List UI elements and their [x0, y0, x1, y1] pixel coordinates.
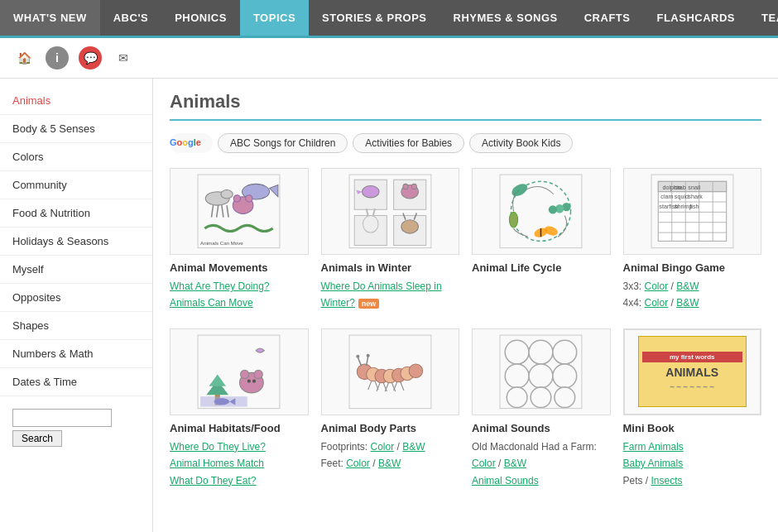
- feet-label: Feet:: [321, 458, 347, 469]
- svg-point-80: [409, 364, 422, 377]
- card-title-winter: Animals in Winter: [321, 261, 460, 274]
- svg-point-96: [553, 340, 577, 364]
- card-title-mini-book: Mini Book: [623, 422, 762, 434]
- nav-abcs[interactable]: ABC's: [100, 0, 161, 36]
- cards-grid: Animals Can Move Animal Movements What A…: [170, 168, 761, 489]
- macdonald-color[interactable]: Color: [472, 458, 496, 469]
- card-img-mini-book: my first words ANIMALS ～～～～～～～: [623, 328, 762, 415]
- link-what-are-they-doing[interactable]: What Are They Doing?: [170, 280, 270, 292]
- nav-phonics[interactable]: PHONICS: [161, 0, 240, 36]
- nav-topics[interactable]: TOPICS: [240, 0, 309, 36]
- sidebar-item-holidays[interactable]: Holidays & Seasons: [0, 228, 152, 256]
- link-where-sleep-winter[interactable]: Where Do Animals Sleep in Winter?: [321, 280, 442, 309]
- svg-point-26: [401, 220, 419, 233]
- bingo-4x4-color[interactable]: Color: [645, 297, 669, 309]
- feet-bw[interactable]: B&W: [378, 458, 401, 469]
- link-farm-animals[interactable]: Farm Animals: [623, 441, 684, 453]
- svg-point-18: [362, 186, 379, 198]
- macdonald-bw[interactable]: B&W: [504, 458, 526, 469]
- scroll-tab-abc-songs[interactable]: ABC Songs for Children: [218, 133, 348, 153]
- svg-point-35: [549, 205, 557, 213]
- nav-whats-new[interactable]: WHAT'S NEW: [0, 0, 100, 36]
- card-img-movements: Animals Can Move: [170, 168, 309, 255]
- card-img-bingo: dolphin crab snail clam squid shark star…: [623, 168, 762, 255]
- link-what-eat[interactable]: What Do They Eat?: [170, 475, 257, 486]
- link-animals-can-move[interactable]: Animals Can Move: [170, 297, 253, 309]
- card-img-habitats: [170, 328, 309, 415]
- search-area: Search: [0, 400, 152, 455]
- card-links-mini-book: Farm Animals Baby Animals Pets / Insects: [623, 439, 762, 489]
- svg-point-71: [214, 398, 230, 405]
- sidebar-item-opposites[interactable]: Opposites: [0, 284, 152, 312]
- link-insects[interactable]: Insects: [651, 475, 683, 486]
- scroll-tab-activities[interactable]: Activities for Babies: [353, 133, 464, 153]
- sidebar-item-animals[interactable]: Animals: [0, 87, 152, 115]
- card-links-bingo: 3x3: Color / B&W 4x4: Color / B&W: [623, 278, 762, 312]
- main-content: Animals Google ABC Songs for Children Ac…: [153, 79, 778, 532]
- footprints-color[interactable]: Color: [371, 441, 395, 453]
- sidebar-item-numbers[interactable]: Numbers & Math: [0, 340, 152, 368]
- card-life-cycle: Animal Life Cycle: [472, 168, 611, 312]
- footprints-bw[interactable]: B&W: [402, 441, 425, 453]
- nav-flashcards[interactable]: FLASHCARDS: [643, 0, 748, 36]
- svg-point-11: [246, 195, 252, 202]
- sidebar-item-myself[interactable]: Myself: [0, 256, 152, 284]
- card-mini-book: my first words ANIMALS ～～～～～～～ Mini Book…: [623, 328, 762, 489]
- svg-text:crab: crab: [675, 184, 686, 191]
- bingo-3x3-color[interactable]: Color: [645, 280, 669, 292]
- svg-point-97: [505, 364, 529, 388]
- svg-point-83: [356, 355, 359, 358]
- svg-point-102: [555, 387, 575, 408]
- info-icon[interactable]: i: [46, 46, 69, 69]
- svg-text:clam: clam: [660, 193, 673, 200]
- card-title-habitats: Animal Habitats/Food: [170, 422, 309, 434]
- sidebar-item-food[interactable]: Food & Nutrition: [0, 199, 152, 228]
- top-nav: WHAT'S NEW ABC's PHONICS TOPICS STORIES …: [0, 0, 778, 38]
- sidebar: Animals Body & 5 Senses Colors Community…: [0, 79, 153, 532]
- card-links-habitats: Where Do They Live? Animal Homes Match W…: [170, 439, 309, 489]
- sidebar-item-colors[interactable]: Colors: [0, 143, 152, 171]
- nav-rhymes[interactable]: RHYMES & SONGS: [440, 0, 571, 36]
- link-where-live[interactable]: Where Do They Live?: [170, 441, 266, 453]
- bingo-3x3-bw[interactable]: B&W: [676, 280, 699, 292]
- svg-point-84: [366, 354, 369, 357]
- svg-point-39: [510, 213, 518, 228]
- feet-color[interactable]: Color: [346, 458, 370, 469]
- sidebar-item-community[interactable]: Community: [0, 171, 152, 199]
- sidebar-item-body[interactable]: Body & 5 Senses: [0, 115, 152, 143]
- svg-text:shark: shark: [688, 193, 703, 200]
- bingo-4x4-bw[interactable]: B&W: [676, 297, 699, 309]
- svg-point-99: [553, 364, 577, 388]
- card-animal-movements: Animals Can Move Animal Movements What A…: [170, 168, 309, 312]
- sidebar-item-shapes[interactable]: Shapes: [0, 312, 152, 340]
- card-img-lifecycle: [472, 168, 611, 255]
- svg-point-68: [247, 380, 251, 383]
- macdonald-label: Old Macdonald Had a Farm:: [472, 441, 597, 453]
- new-badge-winter: new: [358, 299, 380, 309]
- sidebar-item-dates[interactable]: Dates & Time: [0, 368, 152, 396]
- search-input[interactable]: [12, 409, 112, 427]
- link-baby-animals[interactable]: Baby Animals: [623, 458, 684, 469]
- search-button[interactable]: Search: [12, 430, 62, 447]
- scroll-tab-google[interactable]: Google: [170, 133, 213, 153]
- svg-point-101: [531, 387, 551, 408]
- nav-crafts[interactable]: CRAFTS: [571, 0, 644, 36]
- nav-stories[interactable]: STORIES & PROPS: [309, 0, 439, 36]
- comment-icon[interactable]: 💬: [79, 46, 102, 69]
- card-links-body-parts: Footprints: Color / B&W Feet: Color / B&…: [321, 439, 460, 472]
- card-bingo: dolphin crab snail clam squid shark star…: [623, 168, 762, 312]
- nav-teaching[interactable]: TEACHING EXTRAS: [748, 0, 778, 36]
- home-icon[interactable]: 🏠: [12, 46, 36, 69]
- link-animal-homes[interactable]: Animal Homes Match: [170, 458, 264, 469]
- mail-icon[interactable]: ✉: [112, 46, 135, 69]
- svg-text:squid: squid: [675, 193, 689, 200]
- link-animal-sounds[interactable]: Animal Sounds: [472, 475, 539, 486]
- svg-point-95: [529, 340, 553, 364]
- svg-point-69: [252, 380, 256, 383]
- svg-point-100: [507, 387, 528, 408]
- svg-text:Animals Can Move: Animals Can Move: [200, 240, 243, 246]
- card-links-winter: Where Do Animals Sleep in Winter?new: [321, 278, 460, 312]
- card-links-movements: What Are They Doing? Animals Can Move: [170, 278, 309, 312]
- scroll-tab-activity-book[interactable]: Activity Book Kids: [469, 133, 573, 153]
- mini-book-visual: my first words ANIMALS ～～～～～～～: [638, 336, 747, 407]
